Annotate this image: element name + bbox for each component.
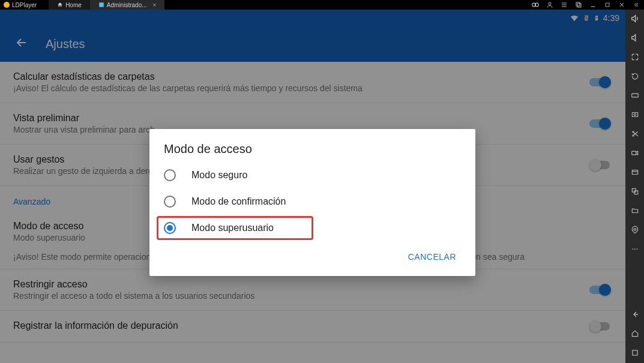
- tab-label: Administrado...: [107, 2, 147, 8]
- fullscreen-icon[interactable]: [630, 52, 640, 62]
- app-name: LDPlayer: [12, 2, 37, 8]
- record-icon[interactable]: [630, 148, 640, 158]
- close-window-icon[interactable]: [618, 1, 626, 9]
- svg-point-28: [634, 248, 636, 250]
- dialog-title: Modo de acceso: [149, 142, 475, 162]
- screenshot-icon[interactable]: [630, 109, 640, 120]
- svg-rect-10: [606, 3, 609, 7]
- close-tab-icon[interactable]: ×: [153, 2, 157, 8]
- radio-icon: [164, 222, 176, 234]
- svg-point-19: [632, 131, 633, 133]
- window-titlebar: LDPlayer Home Administrado... ×: [0, 0, 644, 10]
- svg-point-27: [632, 248, 633, 250]
- rotate-icon[interactable]: [630, 71, 640, 82]
- radio-icon: [164, 169, 176, 181]
- svg-rect-31: [632, 350, 637, 355]
- radio-option-superuser-mode[interactable]: Modo superusuario: [149, 215, 475, 241]
- menu-icon[interactable]: [560, 1, 568, 9]
- android-back-icon[interactable]: [630, 309, 640, 320]
- tab-home[interactable]: Home: [49, 0, 90, 10]
- access-mode-dialog: Modo de acceso Modo seguro Modo de confi…: [149, 129, 475, 276]
- radio-option-safe-mode[interactable]: Modo seguro: [149, 162, 475, 188]
- svg-rect-17: [632, 113, 637, 117]
- svg-point-18: [634, 113, 636, 116]
- svg-rect-22: [632, 170, 637, 175]
- android-home-icon[interactable]: [630, 328, 640, 339]
- collapse-sidebar-icon[interactable]: [632, 1, 640, 9]
- keyboard-icon[interactable]: [630, 90, 640, 101]
- radio-label: Modo de confirmación: [191, 196, 286, 207]
- svg-point-20: [632, 135, 633, 136]
- window-tabs: Home Administrado... ×: [49, 0, 164, 10]
- more-icon[interactable]: [630, 244, 640, 254]
- cancel-button[interactable]: CANCELAR: [402, 247, 462, 266]
- svg-rect-16: [631, 94, 638, 97]
- volume-up-icon[interactable]: [630, 13, 640, 24]
- svg-rect-0: [99, 2, 104, 7]
- multi-window-icon[interactable]: [574, 1, 583, 9]
- app-icon: [98, 2, 104, 8]
- scissors-icon[interactable]: [630, 128, 640, 139]
- shared-folder-icon[interactable]: [630, 205, 640, 216]
- emulator-toolbar: [625, 10, 644, 363]
- ldplayer-logo-icon: [4, 2, 10, 8]
- radio-icon: [164, 196, 176, 208]
- location-icon[interactable]: [630, 224, 640, 235]
- svg-point-3: [549, 2, 551, 5]
- tab-administrador[interactable]: Administrado... ×: [90, 0, 165, 10]
- emulator-screen: 4:39 Ajustes Calcular estadísticas de ca…: [0, 10, 625, 363]
- account-icon[interactable]: [546, 1, 554, 9]
- tab-label: Home: [65, 2, 82, 8]
- svg-rect-21: [631, 151, 636, 155]
- radio-label: Modo seguro: [191, 170, 247, 181]
- volume-down-icon[interactable]: [630, 32, 640, 43]
- radio-option-confirm-mode[interactable]: Modo de confirmación: [149, 188, 475, 215]
- home-icon: [57, 2, 63, 8]
- svg-rect-8: [577, 4, 581, 7]
- operation-record-icon[interactable]: [630, 167, 640, 178]
- svg-point-26: [634, 229, 636, 231]
- maximize-icon[interactable]: [603, 1, 612, 9]
- android-recents-icon[interactable]: [630, 347, 640, 358]
- svg-rect-7: [576, 2, 580, 6]
- minimize-icon[interactable]: [589, 1, 597, 9]
- gamepad-icon[interactable]: [531, 1, 540, 9]
- radio-label: Modo superusuario: [191, 223, 274, 233]
- svg-point-29: [636, 248, 637, 250]
- multi-instance-icon[interactable]: [630, 186, 640, 197]
